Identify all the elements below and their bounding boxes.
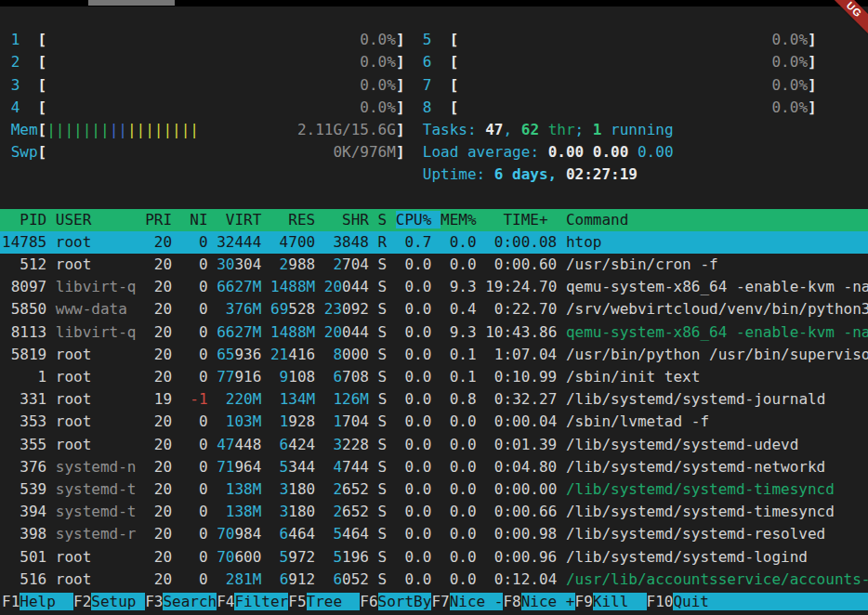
- nice-cell: 0: [181, 570, 217, 588]
- column-header-s[interactable]: S: [378, 211, 396, 229]
- process-row-516[interactable]: 516 root 20 0 281M 6912 6052 S 0.0 0.0 0…: [0, 569, 868, 591]
- user-cell: systemd-t: [56, 480, 145, 498]
- fkey-f10[interactable]: F10Quit: [647, 593, 868, 610]
- user-cell: libvirt-q: [56, 278, 145, 295]
- swap-meter-label: Swp: [11, 143, 38, 161]
- cpu-meter-label: 6: [423, 53, 432, 71]
- virt-cell: 281M: [217, 570, 261, 588]
- column-header-time[interactable]: TIME+: [477, 211, 558, 229]
- meter-close-bracket: ]: [396, 76, 405, 94]
- load-average-label: Load average:: [423, 143, 548, 161]
- tasks-threads-label: thr: [539, 121, 575, 138]
- priority-cell: 20: [145, 525, 181, 543]
- process-row-1[interactable]: 1 root 20 0 77916 9108 6708 S 0.0 0.1 0:…: [0, 366, 868, 388]
- column-header-pri[interactable]: PRI: [145, 211, 181, 229]
- fkey-label: Nice +: [521, 593, 575, 610]
- fkey-number: F9: [575, 593, 593, 610]
- column-header-command[interactable]: Command: [557, 211, 628, 229]
- fkey-f9[interactable]: F9Kill: [575, 593, 647, 610]
- command-cell: /lib/systemd/systemd-networkd: [557, 458, 825, 476]
- uptime-time: 02:27:19: [566, 165, 638, 183]
- process-row-394[interactable]: 394 systemd-t 20 0 138M 3180 2652 S 0.0 …: [0, 501, 868, 523]
- column-header-mem[interactable]: MEM%: [441, 211, 477, 229]
- process-row-8113[interactable]: 8113 libvirt-q 20 0 6627M 1488M 20044 S …: [0, 321, 868, 344]
- cpu-meter-value: 0.0%: [360, 53, 396, 71]
- user-cell: root: [56, 436, 145, 453]
- state-cell: S: [378, 570, 396, 588]
- meter-close-bracket: ]: [808, 53, 817, 71]
- fkey-f6[interactable]: F6SortBy: [360, 593, 431, 610]
- column-header-user[interactable]: USER: [56, 211, 145, 229]
- pid-cell: 355: [2, 436, 56, 453]
- shr-cell: 5: [324, 548, 342, 566]
- table-header-row: PID USER PRI NI VIRT RES SHR S CPU% MEM%…: [0, 209, 868, 231]
- fkey-f2[interactable]: F2Setup: [73, 593, 145, 610]
- process-row-512[interactable]: 512 root 20 0 30304 2988 2704 S 0.0 0.0 …: [0, 254, 868, 276]
- time-cell: 0:22.70: [477, 300, 558, 318]
- res-cell: 4: [270, 233, 288, 251]
- column-header-pid[interactable]: PID: [2, 211, 56, 229]
- priority-cell: 19: [145, 390, 181, 408]
- fkey-f3[interactable]: F3Search: [145, 593, 217, 610]
- priority-cell: 20: [145, 233, 181, 251]
- column-header-res[interactable]: RES: [270, 211, 324, 229]
- process-row-376[interactable]: 376 systemd-n 20 0 71964 5344 4744 S 0.0…: [0, 456, 868, 478]
- terminal: 1 [ 0.0%] 5 [ 0.0%] 2 [ 0.0%] 6 [ 0.0%] …: [0, 7, 868, 613]
- cpu-percent-cell: 0.0: [396, 323, 441, 341]
- process-row-14785[interactable]: 14785 root 20 0 32444 4700 3848 R 0.7 0.…: [0, 231, 868, 254]
- fkey-number: F1: [2, 593, 20, 610]
- pid-cell: 501: [2, 548, 56, 566]
- fkey-f7[interactable]: F7Nice -: [431, 593, 503, 610]
- priority-cell: 20: [145, 503, 181, 520]
- cpu-percent-cell: 0.0: [396, 368, 441, 386]
- fkey-f4[interactable]: F4Filter: [217, 593, 288, 610]
- process-row-355[interactable]: 355 root 20 0 47448 6424 3228 S 0.0 0.0 …: [0, 434, 868, 456]
- column-header-shr[interactable]: SHR: [324, 211, 378, 229]
- shr-cell: 20: [324, 323, 342, 341]
- res-cell: 2: [270, 255, 288, 273]
- process-row-539[interactable]: 539 systemd-t 20 0 138M 3180 2652 S 0.0 …: [0, 478, 868, 501]
- pid-cell: 14785: [2, 233, 56, 251]
- pid-cell: 398: [2, 525, 56, 543]
- pid-cell: 1: [2, 368, 56, 386]
- user-cell: root: [56, 548, 145, 566]
- column-header-ni[interactable]: NI: [181, 211, 217, 229]
- state-cell: S: [378, 300, 396, 318]
- process-row-331[interactable]: 331 root 19 -1 220M 134M 126M S 0.0 0.8 …: [0, 388, 868, 411]
- mem-percent-cell: 0.0: [441, 525, 477, 543]
- column-header-virt[interactable]: VIRT: [217, 211, 270, 229]
- virt-cell: 65: [217, 346, 234, 363]
- nice-cell: 0: [181, 412, 217, 430]
- command-cell: /srv/webvirtcloud/venv/bin/python3: [557, 300, 868, 318]
- pid-cell: 512: [2, 255, 56, 273]
- cpu-percent-cell: 0.0: [396, 548, 441, 566]
- process-row-501[interactable]: 501 root 20 0 70600 5972 5196 S 0.0 0.0 …: [0, 546, 868, 569]
- shr-cell: 2: [324, 480, 342, 498]
- fkey-f8[interactable]: F8Nice +: [503, 593, 574, 610]
- nice-cell: -1: [181, 390, 217, 408]
- fkey-number: F7: [431, 593, 449, 610]
- cpu-meter-value: 0.0%: [360, 76, 396, 94]
- process-row-8097[interactable]: 8097 libvirt-q 20 0 6627M 1488M 20044 S …: [0, 276, 868, 298]
- process-row-398[interactable]: 398 systemd-r 20 0 70984 6464 5464 S 0.0…: [0, 523, 868, 545]
- cpu-percent-cell: 0.0: [396, 278, 441, 295]
- process-row-5819[interactable]: 5819 root 20 0 65936 21416 8000 S 0.0 0.…: [0, 344, 868, 366]
- window-drag-handle: [88, 0, 175, 6]
- user-cell: root: [56, 255, 145, 273]
- command-cell: /lib/systemd/systemd-udevd: [557, 436, 798, 453]
- priority-cell: 20: [145, 346, 181, 363]
- process-row-353[interactable]: 353 root 20 0 103M 1928 1704 S 0.0 0.0 0…: [0, 411, 868, 433]
- user-cell: root: [56, 570, 145, 588]
- fkey-number: F8: [503, 593, 520, 610]
- cpu-percent-cell: 0.0: [396, 458, 441, 476]
- fkey-number: F6: [360, 593, 377, 610]
- process-row-5850[interactable]: 5850 www-data 20 0 376M 69528 23092 S 0.…: [0, 298, 868, 321]
- cpu-percent-cell: 0.0: [396, 412, 441, 430]
- fkey-f1[interactable]: F1Help: [2, 593, 73, 610]
- nice-cell: 0: [181, 458, 217, 476]
- column-header-cpu[interactable]: CPU%: [396, 211, 441, 229]
- priority-cell: 20: [145, 570, 181, 588]
- fkey-label: Tree: [307, 593, 361, 610]
- fkey-f5[interactable]: F5Tree: [288, 593, 360, 610]
- nice-cell: 0: [181, 525, 217, 543]
